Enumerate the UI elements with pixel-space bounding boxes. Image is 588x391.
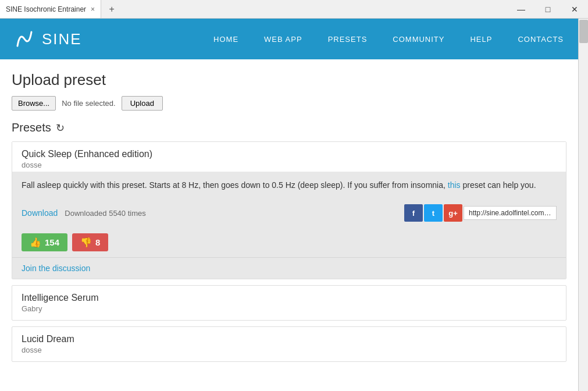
preset-description: Fall asleep quickly with this preset. St…: [12, 172, 566, 198]
facebook-share-button[interactable]: f: [404, 204, 423, 222]
presets-heading: Presets: [12, 121, 51, 134]
share-url[interactable]: http://sine.adolfintel.com/gc: [464, 206, 557, 220]
dislike-button[interactable]: 👎 8: [72, 233, 108, 251]
thumbs-down-icon: 👎: [80, 237, 92, 248]
nav-contacts[interactable]: CONTACTS: [505, 19, 576, 59]
nav-home[interactable]: HOME: [201, 19, 251, 59]
titlebar: SINE Isochronic Entrainer × + — □ ✕: [0, 0, 588, 19]
refresh-icon[interactable]: ↻: [56, 122, 65, 134]
join-discussion-link[interactable]: Join the discussion: [22, 264, 90, 273]
preset-card-intelligence-serum: Intelligence Serum Gabry: [12, 285, 566, 321]
browse-button[interactable]: Browse...: [12, 96, 56, 111]
preset-card-lucid-dream: Lucid Dream dosse: [12, 326, 566, 362]
thumbs-up-icon: 👍: [30, 237, 41, 248]
brand: SINE: [12, 26, 82, 52]
window-controls: — □ ✕: [508, 0, 588, 18]
close-window-button[interactable]: ✕: [561, 0, 588, 19]
upload-section: Browse... No file selected. Upload: [12, 96, 566, 111]
scrollbar[interactable]: [578, 19, 588, 391]
like-count: 154: [45, 237, 59, 247]
preset-actions: Download Downloaded 5540 times f t g+ ht…: [12, 198, 566, 228]
maximize-button[interactable]: □: [534, 0, 561, 19]
google-share-button[interactable]: g+: [444, 204, 462, 222]
presets-header: Presets ↻: [12, 121, 566, 134]
social-buttons: f t g+ http://sine.adolfintel.com/gc: [404, 204, 557, 222]
preset-author: dosse: [22, 161, 557, 169]
nav-presets[interactable]: PRESETS: [315, 19, 380, 59]
preset-author: dosse: [22, 346, 557, 354]
close-tab-button[interactable]: ×: [91, 6, 95, 13]
new-tab-button[interactable]: +: [104, 1, 120, 17]
navbar: SINE HOME WEB APP PRESETS COMMUNITY HELP…: [0, 19, 588, 59]
downloaded-count: Downloaded 5540 times: [65, 209, 145, 218]
page-title: Upload preset: [12, 71, 566, 89]
nav-webapp[interactable]: WEB APP: [251, 19, 315, 59]
nav-links: HOME WEB APP PRESETS COMMUNITY HELP CONT…: [201, 19, 576, 59]
preset-author: Gabry: [22, 304, 557, 313]
preset-header: Quick Sleep (Enhanced edition) dosse: [12, 142, 566, 172]
upload-button[interactable]: Upload: [122, 96, 163, 111]
preset-card-quick-sleep: Quick Sleep (Enhanced edition) dosse Fal…: [12, 141, 566, 279]
minimize-button[interactable]: —: [508, 0, 534, 19]
browser-tab: SINE Isochronic Entrainer ×: [0, 0, 101, 18]
like-button[interactable]: 👍 154: [22, 233, 67, 251]
preset-title: Intelligence Serum: [22, 293, 557, 303]
brand-logo-icon: [12, 26, 37, 52]
no-file-label: No file selected.: [62, 99, 116, 108]
dislike-count: 8: [95, 237, 100, 247]
download-link[interactable]: Download: [22, 208, 58, 218]
preset-title: Quick Sleep (Enhanced edition): [22, 149, 557, 159]
vote-section: 👍 154 👎 8: [12, 228, 566, 257]
nav-community[interactable]: COMMUNITY: [380, 19, 457, 59]
main-content: Upload preset Browse... No file selected…: [0, 59, 578, 391]
twitter-share-button[interactable]: t: [424, 204, 443, 222]
preset-title: Lucid Dream: [22, 334, 557, 344]
nav-help[interactable]: HELP: [457, 19, 505, 59]
scrollbar-thumb[interactable]: [579, 20, 588, 43]
description-link[interactable]: this: [448, 180, 461, 190]
join-discussion-section: Join the discussion: [12, 257, 566, 279]
tab-label: SINE Isochronic Entrainer: [6, 5, 86, 13]
brand-name: SINE: [42, 30, 82, 48]
